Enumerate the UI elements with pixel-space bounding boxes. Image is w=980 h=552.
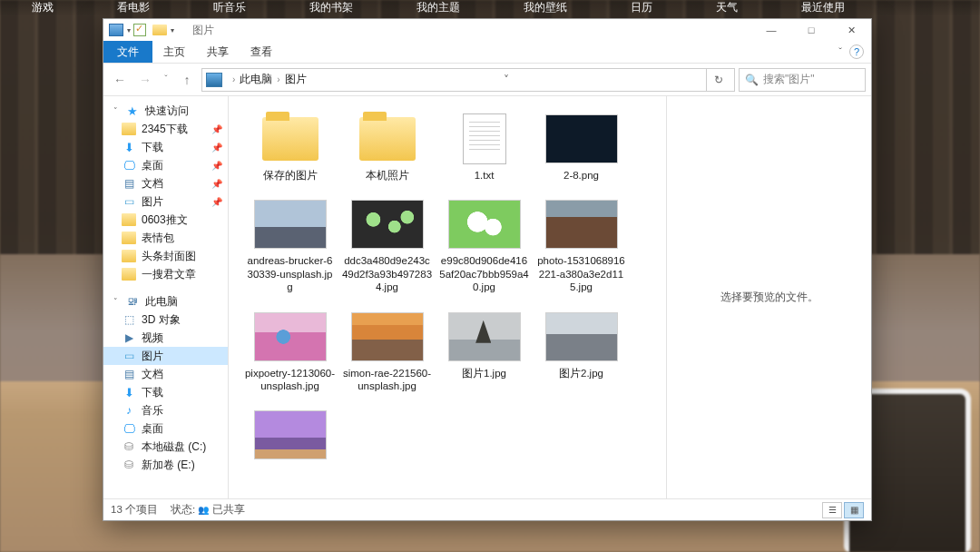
download-icon: ⬇ <box>122 386 136 399</box>
file-item[interactable]: andreas-brucker-630339-unsplash.jpg <box>241 194 338 297</box>
qat-app-icon[interactable] <box>107 22 125 38</box>
ribbon-expand-icon[interactable]: ˇ <box>831 41 849 63</box>
preview-pane: 选择要预览的文件。 <box>666 96 871 498</box>
sidebar-item[interactable]: ▭图片 <box>103 347 228 365</box>
forward-button[interactable]: → <box>134 69 156 91</box>
sidebar-item[interactable]: ▶视频 <box>103 329 228 347</box>
object-icon: ⬚ <box>122 313 136 326</box>
file-label: pixpoetry-1213060-unsplash.jpg <box>245 367 336 393</box>
image-thumbnail <box>351 200 424 249</box>
desktop-toolbar-item[interactable]: 游戏 <box>0 0 85 15</box>
chevron-right-icon[interactable]: › <box>232 74 235 84</box>
sidebar-item[interactable]: ▤文档📌 <box>103 174 228 192</box>
sidebar-item[interactable]: ♪音乐 <box>103 401 228 419</box>
sidebar-item[interactable]: ▤文档 <box>103 365 228 383</box>
sidebar-item[interactable]: 🖵桌面📌 <box>103 156 228 174</box>
file-item[interactable]: 保存的图片 <box>241 109 338 185</box>
ribbon: 文件 主页 共享 查看 ˇ ? <box>103 41 871 64</box>
ribbon-tab-home[interactable]: 主页 <box>152 41 196 63</box>
pin-icon: 📌 <box>211 124 222 134</box>
file-item[interactable]: e99c80d906de4165af20ac7bbb959a40.jpg <box>436 194 533 297</box>
file-item[interactable] <box>241 405 338 468</box>
recent-locations-icon[interactable]: ˇ <box>160 69 172 91</box>
ribbon-tab-share[interactable]: 共享 <box>196 41 240 63</box>
sidebar-item[interactable]: ⛁新加卷 (E:) <box>103 456 228 474</box>
sidebar-item-label: 0603推文 <box>142 212 188 228</box>
chevron-right-icon[interactable]: › <box>277 74 279 84</box>
pc-icon <box>206 73 222 87</box>
up-button[interactable]: ↑ <box>176 69 198 91</box>
desktop-toolbar-item[interactable]: 我的主题 <box>385 0 492 15</box>
desktop-toolbar-item[interactable]: 我的书架 <box>278 0 385 15</box>
file-item[interactable]: photo-1531068916221-a380a3e2d115.jpg <box>533 194 630 297</box>
file-item[interactable]: pixpoetry-1213060-unsplash.jpg <box>241 307 338 397</box>
desktop-icon: 🖵 <box>122 159 136 172</box>
ribbon-tab-view[interactable]: 查看 <box>240 41 283 63</box>
sidebar-item[interactable]: ⬚3D 对象 <box>103 310 228 329</box>
sidebar-item[interactable]: 头条封面图 <box>103 247 228 265</box>
titlebar[interactable]: ▾ ▾ 图片 — □ ✕ <box>103 19 871 41</box>
close-button[interactable]: ✕ <box>831 19 871 41</box>
folder-icon <box>359 117 416 161</box>
file-label: 图片1.jpg <box>462 367 506 380</box>
sidebar-item[interactable]: 0603推文 <box>103 211 228 229</box>
search-icon: 🔍 <box>745 74 759 86</box>
sidebar-item[interactable]: 2345下载📌 <box>103 120 228 138</box>
qat-properties-icon[interactable] <box>131 22 149 38</box>
view-thumbnails-button[interactable]: ▦ <box>844 502 864 518</box>
back-button[interactable]: ← <box>109 69 131 91</box>
search-input[interactable]: 🔍 搜索"图片" <box>739 68 866 92</box>
desktop-toolbar-item[interactable]: 日历 <box>599 0 684 15</box>
nav-sidebar[interactable]: ˅★快速访问2345下载📌⬇下载📌🖵桌面📌▤文档📌▭图片📌0603推文表情包头条… <box>103 96 229 498</box>
help-icon[interactable]: ? <box>849 44 864 59</box>
file-item[interactable]: 本机照片 <box>338 109 436 185</box>
desktop-toolbar-item[interactable]: 看电影 <box>85 0 181 15</box>
file-label: photo-1531068916221-a380a3e2d115.jpg <box>536 254 627 293</box>
desktop-toolbar-item[interactable]: 我的壁纸 <box>492 0 599 15</box>
desktop-icon: 🖵 <box>122 422 136 435</box>
file-item[interactable]: simon-rae-221560-unsplash.jpg <box>338 307 436 397</box>
file-list-area[interactable]: 保存的图片本机照片1.txt2-8.pngandreas-brucker-630… <box>229 96 666 498</box>
sidebar-item[interactable]: ▭图片📌 <box>103 192 228 211</box>
pin-icon: 📌 <box>211 179 222 189</box>
file-item[interactable]: 图片2.jpg <box>533 307 630 397</box>
minimize-button[interactable]: — <box>751 19 791 41</box>
file-label: ddc3a480d9e243c49d2f3a93b4972834.jpg <box>342 254 433 293</box>
address-dropdown-icon[interactable]: ˅ <box>498 74 514 86</box>
sidebar-item[interactable]: 🖵桌面 <box>103 419 228 438</box>
image-thumbnail <box>254 410 327 459</box>
refresh-button[interactable]: ↻ <box>706 69 730 91</box>
sidebar-group[interactable]: ˅🖳此电脑 <box>103 292 228 310</box>
breadcrumb[interactable]: 图片 <box>285 72 307 87</box>
breadcrumb[interactable]: 此电脑 <box>240 72 272 87</box>
folder-icon <box>122 250 136 262</box>
sidebar-item[interactable]: ⛁本地磁盘 (C:) <box>103 438 228 456</box>
ribbon-file-tab[interactable]: 文件 <box>103 41 152 63</box>
expand-icon[interactable]: ˅ <box>111 106 120 115</box>
desktop-toolbar-item[interactable]: 最近使用 <box>769 0 877 15</box>
sidebar-item-label: 文档 <box>142 176 163 192</box>
sidebar-item[interactable]: 表情包 <box>103 229 228 247</box>
desktop-toolbar-item[interactable]: 听音乐 <box>181 0 278 15</box>
expand-icon[interactable]: ˅ <box>111 297 120 306</box>
qat-folder-icon[interactable] <box>151 22 169 38</box>
pin-icon: 📌 <box>211 143 222 153</box>
file-item[interactable]: 2-8.png <box>533 109 630 185</box>
file-label: andreas-brucker-630339-unsplash.jpg <box>245 254 336 293</box>
desktop-toolbar-item[interactable]: 天气 <box>684 0 769 15</box>
view-details-button[interactable]: ☰ <box>822 502 842 518</box>
sidebar-group[interactable]: ˅★快速访问 <box>103 102 228 120</box>
file-label: 1.txt <box>475 169 495 182</box>
maximize-button[interactable]: □ <box>791 19 831 41</box>
pc-icon: 🖳 <box>125 295 140 308</box>
sidebar-item[interactable]: ⬇下载📌 <box>103 138 228 156</box>
sidebar-item-label: 表情包 <box>142 231 174 246</box>
sidebar-item[interactable]: ⬇下载 <box>103 383 228 401</box>
file-label: 保存的图片 <box>263 169 318 182</box>
sidebar-item[interactable]: 一搜君文章 <box>103 265 228 283</box>
sidebar-group-label: 此电脑 <box>145 294 178 310</box>
file-item[interactable]: ddc3a480d9e243c49d2f3a93b4972834.jpg <box>338 194 436 297</box>
address-bar[interactable]: › 此电脑 › 图片 ˅ ↻ <box>201 68 735 92</box>
file-item[interactable]: 图片1.jpg <box>436 307 533 397</box>
file-item[interactable]: 1.txt <box>436 109 533 185</box>
